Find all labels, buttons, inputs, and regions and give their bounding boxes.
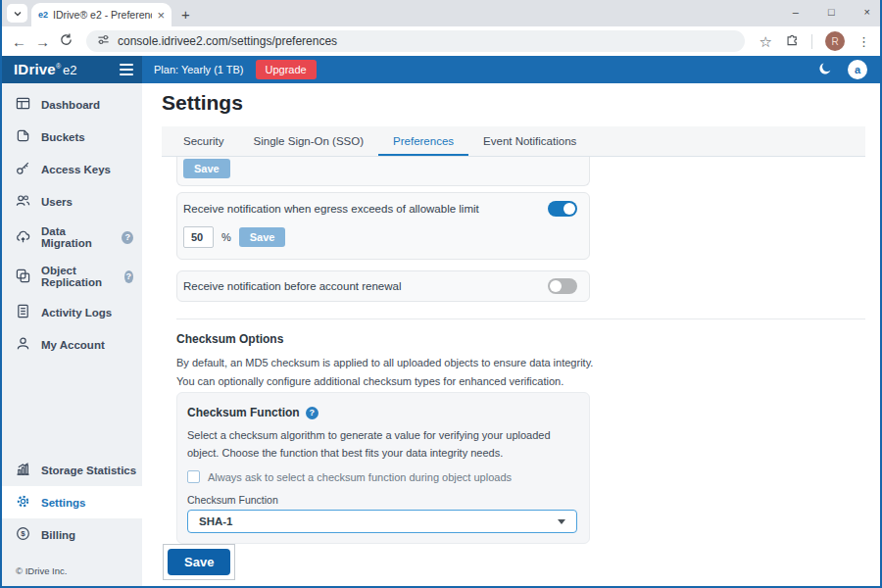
help-question-icon[interactable]: ? <box>306 407 318 419</box>
checksum-select-label: Checksum Function <box>187 494 577 506</box>
sidebar-item-label: Dashboard <box>41 99 100 111</box>
toolbar-divider <box>811 34 812 49</box>
tab-title: IDrive® e2 - Preferences <box>53 9 152 21</box>
new-tab-icon[interactable]: + <box>181 7 190 22</box>
browser-menu-icon[interactable]: ⋮ <box>858 34 870 49</box>
cropped-settings-card: Save <box>176 157 590 186</box>
dark-mode-moon-icon[interactable] <box>818 61 833 79</box>
bookmark-star-icon[interactable]: ☆ <box>760 34 772 49</box>
sidebar-item-label: My Account <box>41 339 105 351</box>
sidebar-item-storage-statistics[interactable]: Storage Statistics <box>2 454 142 486</box>
page-title: Settings <box>162 91 243 115</box>
checksum-options-title: Checksum Options <box>176 332 283 346</box>
percent-unit-label: % <box>221 231 231 243</box>
plan-label: Plan: Yearly (1 TB) <box>154 64 244 75</box>
tab-preferences[interactable]: Preferences <box>378 126 468 156</box>
settings-tabbar: Security Single Sign-On (SSO) Preference… <box>162 126 865 157</box>
upgrade-button[interactable]: Upgrade <box>256 60 317 79</box>
account-avatar[interactable]: a <box>848 60 867 79</box>
bucket-icon <box>16 128 30 145</box>
sidebar-item-object-replication[interactable]: Object Replication ? <box>2 257 142 296</box>
app-logo[interactable]: IDrive®e2 <box>2 56 142 83</box>
egress-notification-card: Receive notification when egress exceeds… <box>176 192 590 260</box>
site-favicon: e2 <box>38 10 48 20</box>
renewal-label: Receive notification before account rene… <box>183 280 401 292</box>
account-icon <box>16 336 30 353</box>
toggle-knob <box>550 280 562 292</box>
logo-suffix: e2 <box>63 63 76 77</box>
renewal-notification-card: Receive notification before account rene… <box>176 270 590 302</box>
help-badge-icon[interactable]: ? <box>124 270 133 283</box>
billing-icon: $ <box>16 526 30 543</box>
browser-profile-avatar[interactable]: R <box>825 31 845 51</box>
sidebar-item-label: Data Migration <box>41 225 111 249</box>
sidebar-item-label: Buckets <box>41 131 85 143</box>
window-close-icon[interactable]: × <box>864 6 870 18</box>
egress-label: Receive notification when egress exceeds… <box>183 203 479 215</box>
sidebar: Dashboard Buckets Access Keys Users <box>2 83 142 586</box>
renewal-toggle[interactable] <box>548 278 577 294</box>
sidebar-spacer <box>2 361 142 454</box>
tab-close-icon[interactable]: × <box>157 8 165 23</box>
always-ask-checkbox[interactable] <box>187 470 200 483</box>
save-button-focus-ring: Save <box>163 544 235 580</box>
sidebar-item-settings[interactable]: Settings <box>2 486 142 518</box>
checksum-select-value: SHA-1 <box>199 515 233 527</box>
sidebar-item-activity-logs[interactable]: Activity Logs <box>2 296 142 328</box>
sidebar-item-dashboard[interactable]: Dashboard <box>2 88 142 121</box>
sidebar-item-label: Users <box>41 196 73 208</box>
browser-window: e2 IDrive® e2 - Preferences × + – □ × ← … <box>0 0 882 588</box>
logo-text: IDrive <box>14 61 56 77</box>
sidebar-item-my-account[interactable]: My Account <box>2 328 142 361</box>
minimize-icon[interactable]: – <box>793 6 799 18</box>
stats-icon <box>16 462 30 478</box>
egress-toggle[interactable] <box>548 201 577 217</box>
sidebar-item-label: Activity Logs <box>41 307 112 318</box>
extensions-puzzle-icon[interactable] <box>785 32 799 50</box>
sidebar-item-label: Billing <box>41 529 75 541</box>
tab-security[interactable]: Security <box>169 126 239 156</box>
save-button[interactable]: Save <box>168 549 230 575</box>
hamburger-menu-icon[interactable] <box>120 64 133 75</box>
checksum-function-card: Checksum Function ? Select a checksum al… <box>176 392 590 544</box>
sidebar-item-billing[interactable]: $ Billing <box>2 518 142 551</box>
sidebar-item-label: Storage Statistics <box>41 465 136 476</box>
save-button-cropped[interactable]: Save <box>183 159 230 178</box>
back-icon[interactable]: ← <box>12 34 26 49</box>
sidebar-item-buckets[interactable]: Buckets <box>2 121 142 153</box>
browser-tab-active[interactable]: e2 IDrive® e2 - Preferences × <box>31 3 172 26</box>
sidebar-item-label: Settings <box>41 497 85 509</box>
sidebar-item-access-keys[interactable]: Access Keys <box>2 153 142 185</box>
svg-text:$: $ <box>21 529 25 538</box>
browser-tabstrip: e2 IDrive® e2 - Preferences × + – □ × <box>2 0 880 26</box>
logo-registered-mark: ® <box>56 63 61 70</box>
site-info-icon[interactable] <box>97 32 110 50</box>
always-ask-checkbox-label: Always ask to select a checksum function… <box>208 471 512 483</box>
sidebar-item-label: Access Keys <box>41 164 111 175</box>
dashboard-icon <box>16 96 30 113</box>
gear-icon <box>16 494 30 511</box>
activity-logs-icon <box>16 304 30 320</box>
egress-percent-input[interactable] <box>183 226 214 248</box>
egress-save-button[interactable]: Save <box>239 227 286 247</box>
section-divider <box>176 318 865 319</box>
replication-icon <box>16 269 30 285</box>
copyright-text: © IDrive Inc. <box>2 551 142 586</box>
help-badge-icon[interactable]: ? <box>122 231 133 244</box>
sidebar-item-label: Object Replication <box>41 265 114 288</box>
tab-event-notifications[interactable]: Event Notifications <box>468 126 591 156</box>
app-header: IDrive®e2 Plan: Yearly (1 TB) Upgrade a <box>2 56 880 83</box>
forward-icon[interactable]: → <box>35 34 50 49</box>
checksum-function-description: Select a checksum algorithm to generate … <box>187 427 577 462</box>
sidebar-item-users[interactable]: Users <box>2 185 142 218</box>
sidebar-item-data-migration[interactable]: Data Migration ? <box>2 218 142 257</box>
maximize-icon[interactable]: □ <box>828 6 835 18</box>
url-bar[interactable]: console.idrivee2.com/settings/preference… <box>86 30 745 52</box>
tab-single-sign-on[interactable]: Single Sign-On (SSO) <box>239 126 379 156</box>
main-content: Settings Security Single Sign-On (SSO) P… <box>142 83 880 586</box>
reload-icon[interactable] <box>59 32 74 51</box>
tab-search-button[interactable] <box>7 4 27 23</box>
chevron-down-icon <box>13 5 23 23</box>
checksum-function-select[interactable]: SHA-1 <box>187 510 577 533</box>
select-caret-icon <box>558 519 565 524</box>
